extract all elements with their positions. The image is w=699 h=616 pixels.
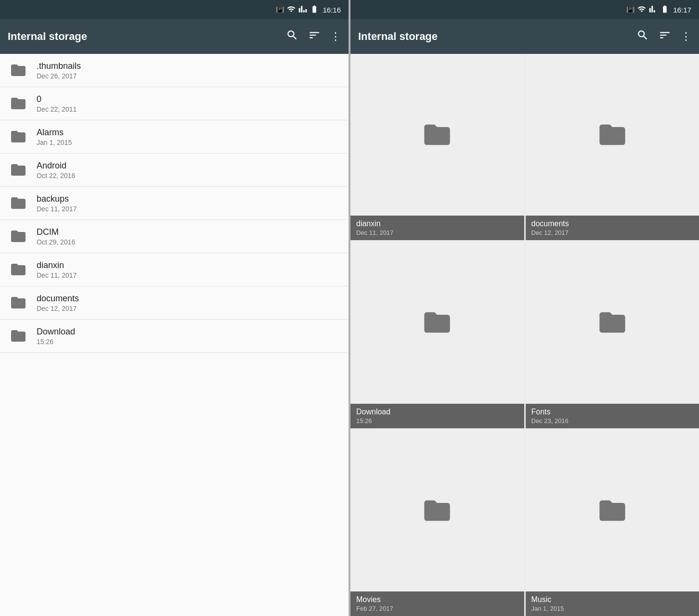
list-item-info: documents Dec 12, 2017 [37, 294, 79, 312]
list-item-info: 0 Dec 22, 2011 [37, 94, 77, 113]
list-item-date: Dec 22, 2011 [37, 105, 77, 113]
list-item[interactable]: Android Oct 22, 2016 [0, 154, 349, 187]
list-item-info: Download 15:26 [37, 327, 75, 346]
list-item-name: 0 [37, 94, 77, 104]
right-toolbar: Internal storage ⋮ [350, 19, 699, 54]
grid-item-date: Feb 27, 2017 [356, 605, 518, 612]
list-item[interactable]: .thumbnails Dec 26, 2017 [0, 54, 349, 87]
left-panel: 📳 16:16 Internal storage ⋮ [0, 0, 349, 616]
list-item[interactable]: Alarms Jan 1, 2015 [0, 120, 349, 154]
grid-item-date: Dec 12, 2017 [531, 229, 694, 236]
list-item-info: .thumbnails Dec 26, 2017 [37, 61, 81, 80]
folder-icon [8, 159, 29, 180]
grid-item-name: Download [356, 408, 518, 416]
list-item-name: .thumbnails [37, 61, 81, 71]
right-signal-icon [649, 5, 658, 15]
grid-item[interactable]: Music Jan 1, 2015 [526, 430, 699, 616]
grid-item-label: Music Jan 1, 2015 [526, 591, 699, 616]
left-toolbar-title: Internal storage [8, 30, 286, 43]
left-toolbar: Internal storage ⋮ [0, 19, 349, 54]
right-wifi-icon [637, 5, 646, 15]
grid-folder-icon-area [350, 430, 524, 591]
grid-item[interactable]: Download 15:26 [350, 242, 524, 428]
grid-item-date: 15:26 [356, 417, 518, 424]
right-vibrate-icon: 📳 [626, 6, 634, 13]
grid-folder-icon-area [350, 54, 524, 216]
list-item-name: Download [37, 327, 75, 337]
wifi-icon [287, 5, 296, 15]
left-status-bar: 📳 16:16 [0, 0, 349, 19]
folder-icon [8, 259, 29, 280]
list-item-name: DCIM [37, 227, 75, 237]
left-list-view: .thumbnails Dec 26, 2017 0 Dec 22, 2011 … [0, 54, 349, 616]
grid-item-name: Music [531, 595, 694, 604]
left-sort-icon[interactable] [308, 29, 321, 44]
right-search-icon[interactable] [636, 29, 649, 44]
grid-item-label: Download 15:26 [350, 404, 524, 428]
grid-item-name: dianxin [356, 219, 518, 228]
list-item-date: Jan 1, 2015 [37, 139, 72, 146]
right-toolbar-title: Internal storage [358, 30, 636, 43]
grid-folder-icon-area [526, 242, 699, 403]
list-item-name: dianxin [37, 260, 77, 270]
right-status-bar: 📳 16:17 [350, 0, 699, 19]
left-status-icons: 📳 [276, 5, 319, 15]
grid-item-label: Fonts Dec 23, 2016 [526, 404, 699, 428]
list-item-info: dianxin Dec 11, 2017 [37, 260, 77, 279]
list-item-date: Dec 12, 2017 [37, 305, 79, 312]
left-more-icon[interactable]: ⋮ [330, 30, 341, 43]
list-item[interactable]: dianxin Dec 11, 2017 [0, 253, 349, 286]
grid-item[interactable]: Fonts Dec 23, 2016 [526, 242, 699, 428]
list-item[interactable]: documents Dec 12, 2017 [0, 286, 349, 320]
folder-icon [8, 192, 29, 214]
left-toolbar-actions: ⋮ [286, 29, 341, 44]
right-grid-view: dianxin Dec 11, 2017 documents Dec 12, 2… [350, 54, 699, 616]
list-item[interactable]: 0 Dec 22, 2011 [0, 87, 349, 120]
right-status-icons: 📳 [626, 5, 669, 15]
list-item-info: backups Dec 11, 2017 [37, 194, 77, 213]
battery-icon [310, 5, 319, 15]
list-item[interactable]: backups Dec 11, 2017 [0, 187, 349, 220]
right-more-icon[interactable]: ⋮ [681, 30, 691, 43]
grid-folder-icon-area [350, 242, 524, 403]
grid-folder-icon-area [526, 54, 699, 216]
list-item-date: 15:26 [37, 338, 75, 346]
folder-icon [8, 325, 29, 346]
grid-item-label: Movies Feb 27, 2017 [350, 591, 524, 616]
list-item-date: Oct 29, 2016 [37, 238, 75, 246]
right-panel: 📳 16:17 Internal storage ⋮ [350, 0, 699, 616]
grid-item-name: Movies [356, 595, 518, 604]
vibrate-icon: 📳 [276, 6, 284, 13]
left-time: 16:16 [323, 6, 341, 14]
grid-item-date: Dec 23, 2016 [531, 417, 694, 424]
grid-item-name: documents [531, 219, 694, 228]
grid-item[interactable]: documents Dec 12, 2017 [526, 54, 699, 240]
list-item-name: documents [37, 294, 79, 304]
folder-icon [8, 93, 29, 114]
list-item-info: Alarms Jan 1, 2015 [37, 128, 72, 146]
list-item[interactable]: DCIM Oct 29, 2016 [0, 220, 349, 253]
left-search-icon[interactable] [286, 29, 298, 44]
grid-item[interactable]: Movies Feb 27, 2017 [350, 430, 524, 616]
list-item-date: Dec 26, 2017 [37, 72, 81, 80]
grid-item[interactable]: dianxin Dec 11, 2017 [350, 54, 524, 240]
folder-icon [8, 126, 29, 147]
right-sort-icon[interactable] [659, 29, 671, 44]
list-item-info: Android Oct 22, 2016 [37, 161, 75, 180]
grid-item-name: Fonts [531, 408, 694, 416]
grid-item-label: dianxin Dec 11, 2017 [350, 216, 524, 240]
grid-folder-icon-area [526, 430, 699, 591]
folder-icon [8, 226, 29, 247]
right-toolbar-actions: ⋮ [636, 29, 691, 44]
list-item-date: Oct 22, 2016 [37, 172, 75, 180]
grid-item-label: documents Dec 12, 2017 [526, 216, 699, 240]
list-item-name: Android [37, 161, 75, 171]
folder-icon [8, 292, 29, 313]
list-item-name: Alarms [37, 128, 72, 138]
list-item-date: Dec 11, 2017 [37, 205, 77, 213]
folder-icon [8, 60, 29, 81]
right-battery-icon [660, 5, 669, 15]
list-item-name: backups [37, 194, 77, 204]
grid-item-date: Dec 11, 2017 [356, 229, 518, 236]
list-item[interactable]: Download 15:26 [0, 320, 349, 353]
